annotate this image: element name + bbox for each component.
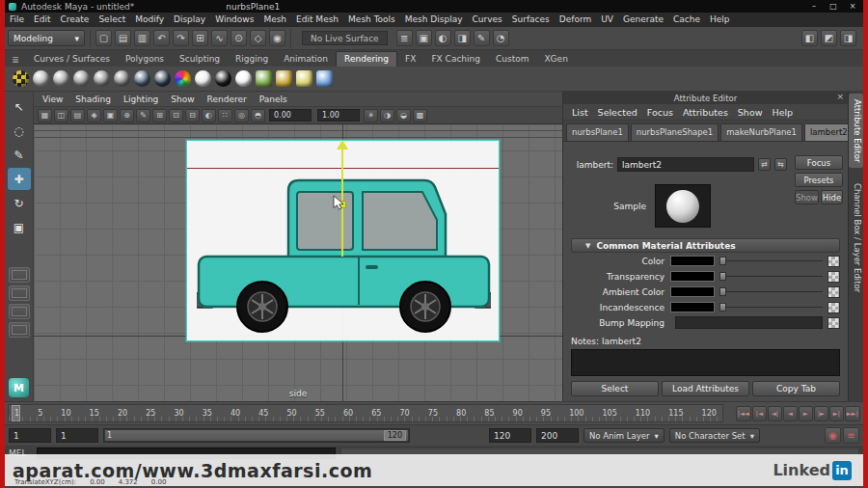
timeline-frame-label[interactable]: 70: [400, 409, 410, 418]
playback-end-field[interactable]: 120: [489, 428, 531, 443]
shelf-tab[interactable]: Custom: [488, 52, 536, 67]
slider-handle[interactable]: [719, 272, 726, 281]
menu-item[interactable]: Edit: [29, 13, 55, 27]
map-texture-button[interactable]: [827, 317, 840, 329]
go-to-start-button[interactable]: |◄◄: [736, 406, 751, 421]
range-slider-inner[interactable]: 1 120: [105, 430, 408, 441]
menu-item[interactable]: Modify: [130, 13, 169, 27]
surface-shader-icon[interactable]: [175, 70, 191, 87]
snap-to-plane-icon[interactable]: ◇: [250, 30, 266, 46]
input-connection-icon[interactable]: ⇄: [758, 158, 771, 171]
shading-map-icon[interactable]: [154, 70, 171, 87]
grid-toggle-icon[interactable]: ⊞: [152, 109, 167, 122]
map-texture-button[interactable]: [827, 302, 840, 313]
menu-set-selector[interactable]: Modeling ▾: [8, 30, 85, 46]
checker-texture-icon[interactable]: [13, 70, 29, 87]
area-light-icon[interactable]: [316, 70, 333, 87]
play-forwards-button[interactable]: ►: [799, 406, 813, 421]
animation-start-field[interactable]: 1: [9, 428, 51, 443]
section-common-material-attributes[interactable]: ▼ Common Material Attributes: [571, 238, 840, 253]
close-icon[interactable]: ×: [836, 92, 844, 101]
shaderfx-shader-icon[interactable]: [256, 70, 272, 87]
shelf-tab[interactable]: Rendering: [336, 51, 397, 67]
white-surface-icon[interactable]: [235, 70, 252, 87]
snap-to-curve-icon[interactable]: ∿: [211, 30, 228, 46]
menu-item[interactable]: Surfaces: [507, 13, 555, 27]
timeline-frame-label[interactable]: 120: [702, 409, 717, 418]
character-set-dropdown[interactable]: No Character Set ▾: [669, 428, 760, 443]
layout-hypershade-persp-button[interactable]: [9, 322, 30, 338]
maximize-button[interactable]: □: [827, 1, 840, 12]
attribute-editor-menu-item[interactable]: Focus: [647, 107, 673, 118]
timeline-frame-label[interactable]: 40: [231, 409, 240, 418]
node-tab[interactable]: nurbsPlane1: [566, 123, 629, 141]
viewport-menu-item[interactable]: Panels: [259, 95, 287, 104]
color-swatch[interactable]: [670, 271, 715, 282]
step-forward-key-button[interactable]: |►: [814, 406, 828, 421]
map-texture-button[interactable]: [827, 271, 840, 283]
focus-button[interactable]: Focus: [795, 155, 843, 170]
shelf-tab[interactable]: Polygons: [118, 52, 172, 67]
map-texture-button[interactable]: [827, 286, 840, 298]
step-back-key-button[interactable]: ◄|: [768, 406, 782, 421]
minimize-button[interactable]: –: [807, 1, 821, 12]
timeline-frame-label[interactable]: 60: [343, 409, 353, 418]
step-back-frame-button[interactable]: |◄: [752, 406, 767, 421]
attribute-slider[interactable]: [719, 271, 823, 282]
show-modeling-toolkit-icon[interactable]: ◧: [801, 30, 818, 46]
shelf-tab[interactable]: XGen: [536, 52, 575, 67]
undo-icon[interactable]: ↶: [153, 30, 170, 46]
timeline-frame-label[interactable]: 15: [90, 409, 99, 418]
presets-button[interactable]: Presets: [795, 173, 843, 187]
node-tab[interactable]: nurbsPlaneShape1: [631, 123, 719, 141]
toon-outline-icon[interactable]: ◔: [493, 30, 509, 46]
copy-tab-button[interactable]: Copy Tab: [752, 381, 840, 396]
scale-tool-icon[interactable]: ▣: [8, 216, 31, 238]
notes-textarea[interactable]: [571, 349, 840, 376]
shelf-tab[interactable]: Sculpting: [172, 52, 228, 67]
timeline-frame-label[interactable]: 25: [146, 409, 155, 418]
exposure-field[interactable]: 0.00: [269, 109, 312, 122]
viewport-canvas[interactable]: side: [34, 124, 562, 401]
current-frame-field[interactable]: 1: [56, 428, 98, 443]
timeline-frame-label[interactable]: 20: [118, 409, 127, 418]
anisotropic-material-icon[interactable]: [33, 70, 49, 87]
attribute-editor-menu-item[interactable]: Attributes: [683, 107, 728, 118]
grease-pencil-icon[interactable]: ✎: [136, 109, 150, 122]
antialias-toggle-icon[interactable]: ▩: [413, 109, 427, 122]
slider-handle[interactable]: [719, 257, 726, 265]
menu-item[interactable]: Display: [169, 13, 210, 27]
make-live-icon[interactable]: ◉: [269, 30, 285, 46]
color-swatch[interactable]: [670, 302, 715, 312]
timeline-frame-label[interactable]: 105: [602, 409, 616, 418]
viewport-menu-item[interactable]: Lighting: [123, 95, 158, 104]
phong-material-icon[interactable]: [94, 70, 110, 87]
timeline-frame-label[interactable]: 35: [203, 409, 212, 418]
play-backwards-button[interactable]: ◄: [783, 406, 798, 421]
slider-handle[interactable]: [719, 287, 726, 296]
attribute-slider[interactable]: [719, 286, 823, 297]
safe-title-icon[interactable]: ◓: [251, 109, 265, 122]
shelf-tab[interactable]: FX Caching: [423, 52, 488, 67]
layout-persp-outliner-button[interactable]: [9, 304, 30, 319]
move-tool-icon[interactable]: ✚: [8, 168, 31, 190]
show-hypershade-icon[interactable]: ◩: [821, 30, 837, 46]
node-tab[interactable]: lambert2: [804, 123, 854, 141]
timeline-frame-label[interactable]: 100: [569, 409, 583, 418]
open-scene-icon[interactable]: ▤: [115, 30, 131, 46]
timeline-frame-label[interactable]: 90: [513, 409, 523, 418]
paint-select-tool-icon[interactable]: ✎: [8, 144, 31, 166]
attribute-editor-title-bar[interactable]: Attribute Editor ×: [563, 92, 848, 104]
paint-effects-icon[interactable]: ✎: [474, 30, 490, 46]
menu-item[interactable]: Help: [705, 13, 735, 27]
material-sample-swatch[interactable]: [655, 184, 711, 228]
select-tool-icon[interactable]: ↖: [8, 95, 31, 118]
lighting-toggle-icon[interactable]: ☀: [364, 109, 378, 122]
menu-item[interactable]: Select: [94, 13, 130, 27]
open-render-view-icon[interactable]: ▣: [416, 30, 432, 46]
show-attribute-editor-icon[interactable]: ◨: [840, 30, 856, 46]
node-name-field[interactable]: lambert2: [617, 157, 754, 172]
output-connection-icon[interactable]: ⇆: [774, 158, 787, 171]
color-swatch[interactable]: [670, 286, 715, 297]
ambient-light-icon[interactable]: [296, 70, 312, 87]
